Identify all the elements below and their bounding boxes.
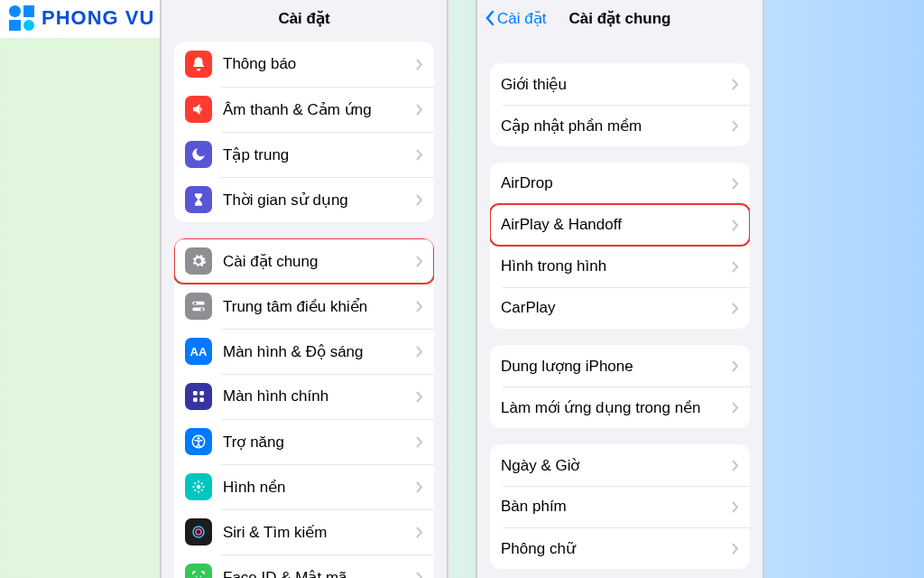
row-carplay[interactable]: CarPlay — [490, 287, 750, 329]
chevron-right-icon — [416, 527, 423, 538]
chevron-right-icon — [732, 303, 739, 314]
row-homescreen[interactable]: Màn hình chính — [174, 374, 434, 419]
speaker-icon — [185, 96, 212, 123]
moon-icon — [185, 141, 212, 168]
row-background-refresh[interactable]: Làm mới ứng dụng trong nền — [490, 387, 750, 428]
logo-mark — [9, 5, 34, 31]
svg-point-11 — [193, 527, 204, 537]
chevron-right-icon — [416, 301, 423, 312]
back-button[interactable]: Cài đặt — [485, 9, 546, 28]
logo-text: PHONG VU — [42, 6, 154, 30]
row-siri[interactable]: Siri & Tìm kiếm — [174, 509, 434, 555]
row-label: Giới thiệu — [501, 75, 721, 94]
chevron-right-icon — [416, 436, 423, 448]
settings-group-general: Cài đặt chung Trung tâm điều khiển AA Mà… — [174, 238, 434, 578]
row-notifications[interactable]: Thông báo — [174, 42, 434, 87]
svg-rect-7 — [199, 397, 204, 402]
row-keyboard[interactable]: Bàn phím — [490, 486, 750, 527]
row-label: Cài đặt chung — [223, 252, 405, 271]
nav-title: Cài đặt chung — [569, 9, 671, 28]
bell-icon — [185, 51, 212, 78]
chevron-right-icon — [416, 194, 423, 206]
chevron-right-icon — [416, 149, 423, 161]
row-control-center[interactable]: Trung tâm điều khiển — [174, 284, 434, 329]
row-label: AirPlay & Handoff — [501, 216, 721, 234]
row-label: Siri & Tìm kiếm — [223, 523, 405, 542]
svg-rect-4 — [193, 391, 198, 396]
row-label: Màn hình chính — [223, 387, 405, 406]
chevron-right-icon — [416, 59, 423, 70]
row-accessibility[interactable]: Trợ năng — [174, 419, 434, 464]
row-label: Face ID & Mật mã — [223, 568, 405, 579]
chevron-left-icon — [485, 10, 495, 26]
siri-icon — [185, 518, 212, 545]
row-label: Làm mới ứng dụng trong nền — [501, 398, 721, 417]
gear-icon — [185, 247, 212, 275]
chevron-right-icon — [732, 402, 739, 414]
svg-point-13 — [196, 576, 198, 578]
row-faceid[interactable]: Face ID & Mật mã — [174, 555, 434, 578]
row-general[interactable]: Cài đặt chung — [174, 238, 434, 284]
row-fonts[interactable]: Phông chữ — [490, 527, 750, 569]
chevron-right-icon — [416, 346, 423, 358]
chevron-right-icon — [732, 501, 739, 513]
settings-scroll[interactable]: Thông báo Âm thanh & Cảm ứng Tập trung T… — [162, 42, 447, 578]
textsize-icon: AA — [185, 338, 212, 365]
general-group-about: Giới thiệu Cập nhật phần mềm — [490, 63, 750, 146]
nav-title: Cài đặt — [278, 9, 329, 28]
svg-point-3 — [200, 308, 203, 311]
chevron-right-icon — [732, 360, 739, 372]
back-label: Cài đặt — [497, 9, 546, 28]
row-label: Hình trong hình — [501, 257, 721, 275]
chevron-right-icon — [732, 261, 739, 273]
row-sound[interactable]: Âm thanh & Cảm ứng — [174, 87, 434, 132]
row-airplay-handoff[interactable]: AirPlay & Handoff — [490, 204, 750, 246]
svg-point-2 — [194, 302, 197, 304]
chevron-right-icon — [732, 120, 739, 132]
row-label: Âm thanh & Cảm ứng — [223, 100, 405, 119]
row-focus[interactable]: Tập trung — [174, 132, 434, 177]
chevron-right-icon — [416, 481, 423, 493]
nav-bar-left: Cài đặt — [162, 0, 447, 36]
grid-icon — [185, 383, 212, 410]
row-label: CarPlay — [501, 299, 721, 317]
svg-point-14 — [200, 576, 202, 578]
row-label: Phông chữ — [501, 539, 721, 558]
chevron-right-icon — [732, 178, 739, 190]
chevron-right-icon — [732, 219, 739, 231]
chevron-right-icon — [416, 572, 423, 579]
row-display[interactable]: AA Màn hình & Độ sáng — [174, 329, 434, 374]
row-about[interactable]: Giới thiệu — [490, 63, 750, 105]
wallpaper-icon — [185, 473, 212, 500]
faceid-icon — [185, 564, 212, 578]
row-label: Ngày & Giờ — [501, 456, 721, 475]
row-screentime[interactable]: Thời gian sử dụng — [174, 177, 434, 222]
svg-point-10 — [197, 485, 201, 489]
row-pip[interactable]: Hình trong hình — [490, 246, 750, 287]
phone-left: Cài đặt Thông báo Âm thanh & Cảm ứng Tập… — [160, 0, 448, 578]
row-storage[interactable]: Dung lượng iPhone — [490, 345, 750, 387]
chevron-right-icon — [732, 543, 739, 555]
row-label: Tập trung — [223, 145, 405, 164]
row-wallpaper[interactable]: Hình nền — [174, 464, 434, 509]
brand-logo: PHONG VU — [0, 0, 167, 38]
row-label: Màn hình & Độ sáng — [223, 342, 405, 361]
hourglass-icon — [185, 186, 212, 213]
accessibility-icon — [185, 428, 212, 455]
row-label: Cập nhật phần mềm — [501, 117, 721, 135]
row-label: Dung lượng iPhone — [501, 357, 721, 376]
svg-rect-6 — [193, 397, 198, 402]
general-scroll[interactable]: Giới thiệu Cập nhật phần mềm AirDrop Air… — [477, 63, 762, 578]
row-airdrop[interactable]: AirDrop — [490, 163, 750, 204]
row-label: Trợ năng — [223, 433, 405, 452]
row-label: Hình nền — [223, 478, 405, 497]
row-update[interactable]: Cập nhật phần mềm — [490, 105, 750, 146]
row-label: Thời gian sử dụng — [223, 191, 405, 210]
general-group-datetime: Ngày & Giờ Bàn phím Phông chữ — [490, 444, 750, 569]
chevron-right-icon — [732, 460, 739, 471]
row-datetime[interactable]: Ngày & Giờ — [490, 444, 750, 486]
svg-point-12 — [196, 529, 201, 535]
row-label: Thông báo — [223, 55, 405, 73]
general-group-storage: Dung lượng iPhone Làm mới ứng dụng trong… — [490, 345, 750, 428]
screenshots-row: Cài đặt Thông báo Âm thanh & Cảm ứng Tập… — [160, 0, 764, 578]
